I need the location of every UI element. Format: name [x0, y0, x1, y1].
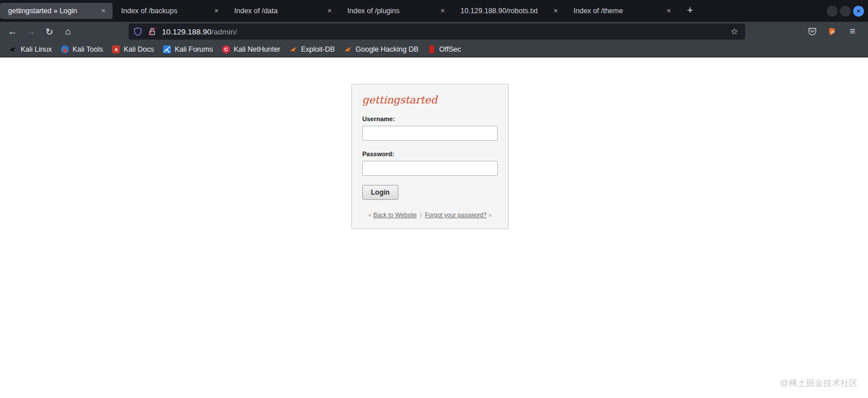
- close-icon[interactable]: ×: [324, 5, 335, 17]
- page-content: gettingstarted Username: Password: Login…: [0, 57, 868, 398]
- minimize-button[interactable]: [827, 6, 838, 17]
- bookmark-label: Kali Tools: [72, 45, 103, 53]
- tab-index-of-plugins[interactable]: Index of /plugins ×: [339, 3, 452, 19]
- footer-separator: |: [420, 211, 422, 218]
- juejin-watermark: @稀土掘金技术社区: [780, 378, 858, 389]
- pocket-icon[interactable]: [805, 24, 820, 39]
- bookmark-kali-tools[interactable]: Kali Tools: [56, 44, 107, 55]
- bookmark-label: OffSec: [439, 45, 461, 53]
- tab-bar: gettingstarted » Login × Index of /backu…: [0, 0, 868, 22]
- site-title: gettingstarted: [362, 94, 498, 106]
- bookmark-kali-forums[interactable]: Kali Forums: [158, 44, 218, 55]
- bookmark-kali-docs[interactable]: s Kali Docs: [107, 44, 158, 55]
- bookmark-label: Google Hacking DB: [355, 45, 418, 53]
- tracking-protection-shield-icon[interactable]: [133, 27, 142, 36]
- kali-forums-icon: [163, 45, 171, 53]
- menu-hamburger-icon[interactable]: ≡: [845, 24, 860, 39]
- bookmark-kali-nethunter[interactable]: C Kali NetHunter: [218, 44, 285, 55]
- login-card: gettingstarted Username: Password: Login…: [351, 84, 509, 229]
- tab-title: 10.129.188.90/robots.txt: [460, 7, 550, 15]
- tab-gettingstarted-login[interactable]: gettingstarted » Login ×: [0, 3, 113, 19]
- bookmark-offsec[interactable]: OffSec: [423, 44, 466, 55]
- login-button[interactable]: Login: [362, 185, 398, 200]
- bookmark-exploit-db[interactable]: Exploit-DB: [285, 44, 339, 55]
- password-label: Password:: [362, 150, 498, 157]
- close-window-button[interactable]: ×: [853, 6, 864, 17]
- tab-robots-txt[interactable]: 10.129.188.90/robots.txt ×: [452, 3, 565, 19]
- new-tab-button[interactable]: +: [682, 3, 698, 19]
- tab-index-of-backups[interactable]: Index of /backups ×: [113, 3, 226, 19]
- bookmark-label: Kali Docs: [123, 45, 154, 53]
- tab-title: Index of /data: [234, 7, 324, 15]
- tab-index-of-theme[interactable]: Index of /theme ×: [565, 3, 678, 19]
- kali-nethunter-icon: C: [222, 45, 230, 53]
- close-icon[interactable]: ×: [437, 5, 448, 17]
- tab-title: Index of /backups: [121, 7, 211, 15]
- bookmarks-toolbar: Kali Linux Kali Tools s Kali Docs Kali F…: [0, 41, 868, 57]
- forward-button[interactable]: →: [23, 24, 39, 40]
- bookmark-kali-linux[interactable]: Kali Linux: [5, 44, 56, 55]
- ghdb-bird-icon: [344, 45, 352, 53]
- kali-dragon-icon: [9, 45, 17, 53]
- offsec-icon: [429, 45, 434, 53]
- tab-title: gettingstarted » Login: [8, 7, 98, 15]
- username-input[interactable]: [362, 126, 498, 141]
- close-icon[interactable]: ×: [211, 5, 222, 17]
- close-icon[interactable]: ×: [550, 5, 561, 17]
- username-label: Username:: [362, 115, 498, 122]
- browser-window: gettingstarted » Login × Index of /backu…: [0, 0, 868, 398]
- tab-title: Index of /theme: [574, 7, 663, 15]
- reload-button[interactable]: ↻: [41, 24, 57, 40]
- bookmark-label: Exploit-DB: [301, 45, 335, 53]
- forgot-password-link[interactable]: Forgot your password?: [425, 211, 486, 218]
- kali-docs-icon: s: [112, 45, 120, 53]
- navigation-toolbar: ← → ↻ ⌂ 10.129.188.90 /admin/ ☆: [0, 22, 868, 41]
- login-card-footer: « Back to Website | Forgot your password…: [362, 211, 498, 219]
- laquo-glyph: «: [368, 211, 371, 218]
- close-icon[interactable]: ×: [663, 5, 675, 17]
- bookmark-google-hacking-db[interactable]: Google Hacking DB: [339, 44, 423, 55]
- exploit-db-bird-icon: [289, 45, 297, 53]
- bookmark-label: Kali Linux: [21, 45, 52, 53]
- bookmark-star-icon[interactable]: ☆: [728, 26, 741, 37]
- address-bar[interactable]: 10.129.188.90 /admin/ ☆: [129, 24, 745, 40]
- bookmark-label: Kali NetHunter: [234, 45, 280, 53]
- maximize-button[interactable]: [840, 6, 851, 17]
- url-path-text: /admin/: [211, 28, 237, 36]
- foxyproxy-extension-icon[interactable]: [825, 24, 840, 39]
- back-to-website-link[interactable]: Back to Website: [373, 211, 417, 218]
- raquo-glyph: »: [489, 211, 492, 218]
- tab-index-of-data[interactable]: Index of /data ×: [226, 3, 339, 19]
- password-input[interactable]: [362, 161, 498, 176]
- insecure-connection-lock-icon[interactable]: [148, 27, 157, 36]
- home-button[interactable]: ⌂: [60, 24, 76, 40]
- bookmark-label: Kali Forums: [175, 45, 213, 53]
- tab-title: Index of /plugins: [347, 7, 437, 15]
- kali-tools-icon: [61, 45, 69, 53]
- window-controls: ×: [827, 6, 868, 17]
- close-icon[interactable]: ×: [98, 5, 109, 17]
- url-host-text: 10.129.188.90: [162, 28, 211, 36]
- toolbar-right-icons: ≡: [805, 24, 863, 39]
- back-button[interactable]: ←: [5, 24, 21, 40]
